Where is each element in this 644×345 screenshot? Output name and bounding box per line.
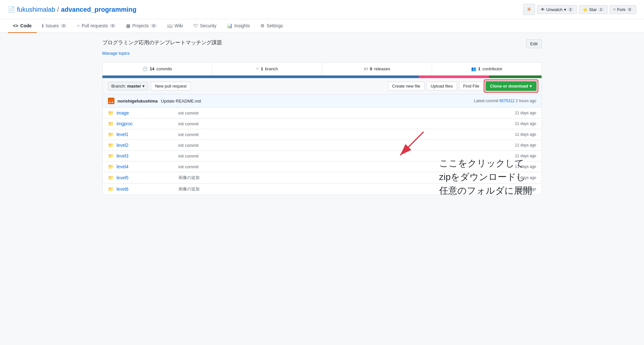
repo-description-text: プログラミング応用のテンプレートマッチング課題 (102, 39, 222, 46)
logo-button[interactable]: ✳ (523, 4, 535, 15)
upload-files-button[interactable]: Upload files (427, 82, 457, 90)
file-row-imgproc: 📁 imgproc init commit 11 days ago (103, 118, 542, 129)
branches-stat[interactable]: ⑂ 1 branch (212, 62, 322, 75)
star-button[interactable]: ⭐ Star 1 (579, 5, 608, 14)
create-new-file-button[interactable]: Create new file (388, 82, 425, 90)
contributors-icon: 👥 (471, 66, 476, 71)
tab-pull-requests[interactable]: ⑃ Pull requests 0 (72, 19, 121, 33)
find-file-button[interactable]: Find File (459, 82, 484, 90)
logo-icon: ✳ (527, 6, 532, 13)
commits-stat[interactable]: 🕐 14 commits (103, 62, 213, 75)
issues-badge: 0 (61, 24, 67, 28)
repo-name[interactable]: advanced_programming (61, 6, 136, 13)
file-name-level1[interactable]: level1 (117, 132, 175, 137)
folder-icon: 📁 (108, 143, 113, 148)
tab-settings-label: Settings (267, 23, 283, 28)
file-name-level2[interactable]: level2 (117, 143, 175, 148)
file-row-level1: 📁 level1 init commit 11 days ago (103, 129, 542, 140)
file-time-level1: 11 days ago (504, 132, 536, 137)
clone-btn-wrapper: Clone or download ▾ (486, 81, 536, 91)
dropdown-icon: ▾ (564, 7, 566, 12)
tab-code-label: Code (20, 23, 32, 28)
folder-icon: 📁 (108, 186, 113, 192)
edit-description-button[interactable]: Edit (526, 39, 542, 48)
commit-message: Update README.md (161, 99, 201, 104)
commit-hash-prefix: Latest commit (474, 99, 498, 103)
main-content: プログラミング応用のテンプレートマッチング課題 Edit Manage topi… (95, 33, 550, 201)
branch-name: master (127, 84, 141, 89)
projects-icon: ▦ (126, 23, 130, 28)
avatar-icon: 🦊 (108, 98, 114, 104)
clone-dropdown-icon: ▾ (530, 84, 532, 89)
fork-icon: ⑂ (613, 7, 616, 12)
header-actions: ✳ 👁 Unwatch ▾ 2 ⭐ Star 1 ⑂ Fork 0 (523, 4, 636, 15)
manage-topics-link[interactable]: Manage topics (102, 51, 542, 56)
title-separator: / (57, 6, 59, 13)
wiki-icon: 📖 (167, 23, 173, 28)
commit-hash[interactable]: 9575312 (499, 99, 515, 103)
file-commit-level6: 画像の追加 (178, 186, 501, 192)
page-header: 📄 fukushimalab / advanced_programming ✳ … (0, 0, 644, 19)
file-row-level6: 📁 level6 画像の追加 9 days ago (103, 184, 542, 195)
file-commit-level5: 画像の追加 (178, 175, 501, 181)
tab-projects[interactable]: ▦ Projects 0 (121, 19, 162, 33)
unwatch-button[interactable]: 👁 Unwatch ▾ 2 (537, 5, 577, 14)
lang-cpp (419, 76, 489, 78)
projects-badge: 0 (151, 24, 157, 28)
tab-code[interactable]: <> Code (8, 19, 37, 33)
file-name-imgproc[interactable]: imgproc (117, 121, 175, 126)
branch-label: Branch: (112, 84, 126, 89)
fork-label: Fork (617, 7, 625, 12)
file-time-level3: 11 days ago (504, 154, 536, 158)
file-commit-level2: init commit (178, 143, 501, 148)
fork-count: 0 (627, 7, 633, 11)
fork-button[interactable]: ⑂ Fork 0 (610, 5, 636, 14)
lang-python (102, 76, 419, 78)
folder-icon: 📁 (108, 132, 113, 137)
tab-settings[interactable]: ⚙ Settings (255, 19, 288, 33)
contributors-label: contributor (482, 66, 502, 71)
new-pull-request-button[interactable]: New pull request (151, 82, 191, 90)
repo-owner[interactable]: fukushimalab (17, 6, 55, 13)
file-commit-image: init commit (178, 111, 501, 116)
file-time-level2: 11 days ago (504, 143, 536, 147)
file-commit-imgproc: init commit (178, 121, 501, 126)
branch-selector[interactable]: Branch: master ▾ (108, 82, 148, 90)
action-bar: Branch: master ▾ New pull request Create… (102, 78, 542, 94)
repo-title: 📄 fukushimalab / advanced_programming (8, 6, 137, 13)
contributors-stat[interactable]: 👥 1 contributor (432, 62, 542, 75)
content-wrapper: 🕐 14 commits ⑂ 1 branch 🏷 0 releases 👥 1… (102, 62, 542, 195)
file-table: 🦊 norishigefukushima Update README.md La… (102, 94, 542, 195)
file-name-level6[interactable]: level6 (117, 186, 175, 192)
file-time-level6: 9 days ago (504, 187, 536, 191)
star-count: 1 (598, 7, 604, 11)
branch-dropdown-icon: ▾ (142, 84, 145, 89)
tab-wiki[interactable]: 📖 Wiki (162, 19, 188, 33)
latest-commit-row: 🦊 norishigefukushima Update README.md La… (103, 94, 542, 108)
commits-icon: 🕐 (142, 66, 148, 71)
tab-insights-label: Insights (234, 23, 250, 28)
tab-security[interactable]: 🛡 Security (188, 19, 222, 33)
commits-label: commits (156, 66, 172, 71)
releases-count: 0 (370, 66, 372, 71)
commit-author[interactable]: norishigefukushima (118, 99, 158, 104)
pr-icon: ⑃ (77, 23, 80, 28)
releases-stat[interactable]: 🏷 0 releases (322, 62, 432, 75)
file-row-level5: 📁 level5 画像の追加 9 days ago (103, 172, 542, 184)
clone-or-download-button[interactable]: Clone or download ▾ (486, 81, 536, 91)
lang-other (489, 76, 542, 78)
file-name-level3[interactable]: level3 (117, 153, 175, 159)
security-icon: 🛡 (193, 23, 198, 28)
repo-icon: 📄 (8, 6, 15, 13)
folder-icon: 📁 (108, 164, 113, 169)
tab-insights[interactable]: 📊 Insights (222, 19, 255, 33)
author-avatar: 🦊 (108, 98, 114, 104)
folder-icon: 📁 (108, 175, 113, 180)
file-time-image: 11 days ago (504, 111, 536, 115)
file-name-level5[interactable]: level5 (117, 175, 175, 180)
tab-issues[interactable]: ℹ Issues 0 (37, 19, 72, 33)
branches-icon: ⑂ (256, 66, 259, 71)
file-name-image[interactable]: image (117, 110, 175, 116)
file-name-level4[interactable]: level4 (117, 164, 175, 169)
folder-icon: 📁 (108, 121, 113, 126)
